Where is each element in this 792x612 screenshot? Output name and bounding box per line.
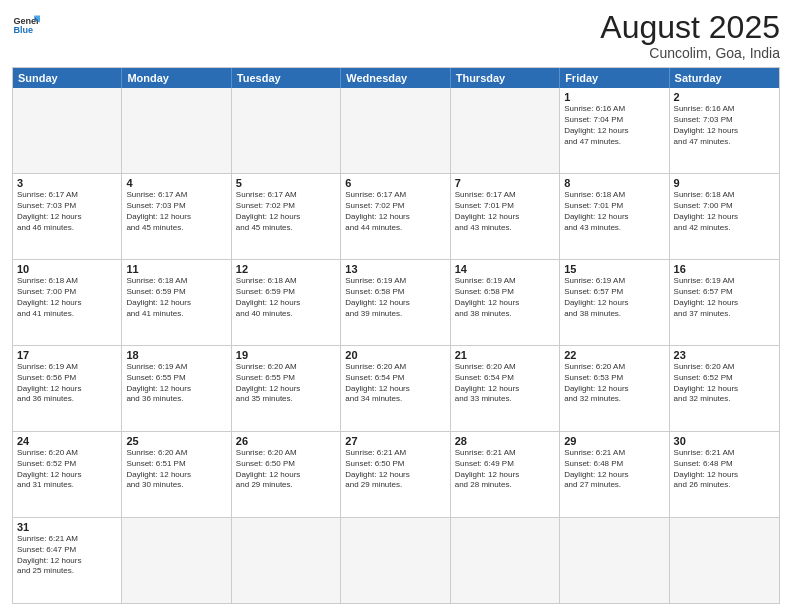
day-info: Sunrise: 6:19 AM Sunset: 6:56 PM Dayligh… xyxy=(17,362,117,405)
calendar-day-cell: 20Sunrise: 6:20 AM Sunset: 6:54 PM Dayli… xyxy=(341,346,450,431)
day-number: 6 xyxy=(345,177,445,189)
day-info: Sunrise: 6:21 AM Sunset: 6:47 PM Dayligh… xyxy=(17,534,117,577)
day-info: Sunrise: 6:21 AM Sunset: 6:49 PM Dayligh… xyxy=(455,448,555,491)
calendar-day-cell: 28Sunrise: 6:21 AM Sunset: 6:49 PM Dayli… xyxy=(451,432,560,517)
day-info: Sunrise: 6:18 AM Sunset: 7:00 PM Dayligh… xyxy=(674,190,775,233)
calendar-header-cell: Sunday xyxy=(13,68,122,88)
day-info: Sunrise: 6:20 AM Sunset: 6:54 PM Dayligh… xyxy=(455,362,555,405)
calendar-header-cell: Saturday xyxy=(670,68,779,88)
calendar-day-cell: 19Sunrise: 6:20 AM Sunset: 6:55 PM Dayli… xyxy=(232,346,341,431)
day-number: 3 xyxy=(17,177,117,189)
calendar-empty-cell xyxy=(232,518,341,603)
header: General Blue August 2025 Cuncolim, Goa, … xyxy=(12,10,780,61)
calendar-empty-cell xyxy=(13,88,122,173)
day-info: Sunrise: 6:21 AM Sunset: 6:48 PM Dayligh… xyxy=(674,448,775,491)
calendar-day-cell: 22Sunrise: 6:20 AM Sunset: 6:53 PM Dayli… xyxy=(560,346,669,431)
title-block: August 2025 Cuncolim, Goa, India xyxy=(600,10,780,61)
calendar-row: 31Sunrise: 6:21 AM Sunset: 6:47 PM Dayli… xyxy=(13,517,779,603)
day-number: 10 xyxy=(17,263,117,275)
day-number: 29 xyxy=(564,435,664,447)
day-number: 4 xyxy=(126,177,226,189)
calendar-day-cell: 29Sunrise: 6:21 AM Sunset: 6:48 PM Dayli… xyxy=(560,432,669,517)
day-info: Sunrise: 6:17 AM Sunset: 7:03 PM Dayligh… xyxy=(17,190,117,233)
day-info: Sunrise: 6:21 AM Sunset: 6:50 PM Dayligh… xyxy=(345,448,445,491)
calendar-header-cell: Tuesday xyxy=(232,68,341,88)
day-info: Sunrise: 6:16 AM Sunset: 7:03 PM Dayligh… xyxy=(674,104,775,147)
calendar-day-cell: 2Sunrise: 6:16 AM Sunset: 7:03 PM Daylig… xyxy=(670,88,779,173)
calendar-day-cell: 23Sunrise: 6:20 AM Sunset: 6:52 PM Dayli… xyxy=(670,346,779,431)
calendar-empty-cell xyxy=(232,88,341,173)
day-number: 16 xyxy=(674,263,775,275)
day-number: 31 xyxy=(17,521,117,533)
day-number: 18 xyxy=(126,349,226,361)
day-number: 13 xyxy=(345,263,445,275)
calendar-empty-cell xyxy=(560,518,669,603)
day-info: Sunrise: 6:16 AM Sunset: 7:04 PM Dayligh… xyxy=(564,104,664,147)
day-info: Sunrise: 6:18 AM Sunset: 7:00 PM Dayligh… xyxy=(17,276,117,319)
calendar-row: 10Sunrise: 6:18 AM Sunset: 7:00 PM Dayli… xyxy=(13,259,779,345)
calendar-day-cell: 1Sunrise: 6:16 AM Sunset: 7:04 PM Daylig… xyxy=(560,88,669,173)
calendar-empty-cell xyxy=(670,518,779,603)
day-number: 20 xyxy=(345,349,445,361)
calendar-day-cell: 8Sunrise: 6:18 AM Sunset: 7:01 PM Daylig… xyxy=(560,174,669,259)
day-number: 25 xyxy=(126,435,226,447)
calendar-day-cell: 9Sunrise: 6:18 AM Sunset: 7:00 PM Daylig… xyxy=(670,174,779,259)
page: General Blue August 2025 Cuncolim, Goa, … xyxy=(0,0,792,612)
day-number: 19 xyxy=(236,349,336,361)
day-info: Sunrise: 6:17 AM Sunset: 7:01 PM Dayligh… xyxy=(455,190,555,233)
day-info: Sunrise: 6:18 AM Sunset: 7:01 PM Dayligh… xyxy=(564,190,664,233)
day-info: Sunrise: 6:19 AM Sunset: 6:57 PM Dayligh… xyxy=(674,276,775,319)
day-number: 26 xyxy=(236,435,336,447)
day-number: 2 xyxy=(674,91,775,103)
calendar-day-cell: 17Sunrise: 6:19 AM Sunset: 6:56 PM Dayli… xyxy=(13,346,122,431)
calendar-day-cell: 26Sunrise: 6:20 AM Sunset: 6:50 PM Dayli… xyxy=(232,432,341,517)
calendar: SundayMondayTuesdayWednesdayThursdayFrid… xyxy=(12,67,780,604)
calendar-empty-cell xyxy=(451,518,560,603)
month-title: August 2025 xyxy=(600,10,780,45)
calendar-row: 3Sunrise: 6:17 AM Sunset: 7:03 PM Daylig… xyxy=(13,173,779,259)
calendar-day-cell: 7Sunrise: 6:17 AM Sunset: 7:01 PM Daylig… xyxy=(451,174,560,259)
day-info: Sunrise: 6:20 AM Sunset: 6:51 PM Dayligh… xyxy=(126,448,226,491)
calendar-day-cell: 5Sunrise: 6:17 AM Sunset: 7:02 PM Daylig… xyxy=(232,174,341,259)
day-number: 8 xyxy=(564,177,664,189)
calendar-day-cell: 6Sunrise: 6:17 AM Sunset: 7:02 PM Daylig… xyxy=(341,174,450,259)
subtitle: Cuncolim, Goa, India xyxy=(600,45,780,61)
calendar-day-cell: 21Sunrise: 6:20 AM Sunset: 6:54 PM Dayli… xyxy=(451,346,560,431)
calendar-day-cell: 15Sunrise: 6:19 AM Sunset: 6:57 PM Dayli… xyxy=(560,260,669,345)
day-info: Sunrise: 6:20 AM Sunset: 6:55 PM Dayligh… xyxy=(236,362,336,405)
day-info: Sunrise: 6:18 AM Sunset: 6:59 PM Dayligh… xyxy=(126,276,226,319)
calendar-empty-cell xyxy=(122,518,231,603)
calendar-day-cell: 4Sunrise: 6:17 AM Sunset: 7:03 PM Daylig… xyxy=(122,174,231,259)
day-number: 9 xyxy=(674,177,775,189)
day-number: 7 xyxy=(455,177,555,189)
calendar-day-cell: 16Sunrise: 6:19 AM Sunset: 6:57 PM Dayli… xyxy=(670,260,779,345)
calendar-row: 17Sunrise: 6:19 AM Sunset: 6:56 PM Dayli… xyxy=(13,345,779,431)
day-info: Sunrise: 6:19 AM Sunset: 6:55 PM Dayligh… xyxy=(126,362,226,405)
calendar-day-cell: 14Sunrise: 6:19 AM Sunset: 6:58 PM Dayli… xyxy=(451,260,560,345)
calendar-day-cell: 12Sunrise: 6:18 AM Sunset: 6:59 PM Dayli… xyxy=(232,260,341,345)
day-info: Sunrise: 6:21 AM Sunset: 6:48 PM Dayligh… xyxy=(564,448,664,491)
day-info: Sunrise: 6:20 AM Sunset: 6:53 PM Dayligh… xyxy=(564,362,664,405)
day-info: Sunrise: 6:17 AM Sunset: 7:03 PM Dayligh… xyxy=(126,190,226,233)
day-info: Sunrise: 6:20 AM Sunset: 6:52 PM Dayligh… xyxy=(17,448,117,491)
logo-icon: General Blue xyxy=(12,10,40,38)
day-number: 24 xyxy=(17,435,117,447)
day-number: 23 xyxy=(674,349,775,361)
day-info: Sunrise: 6:20 AM Sunset: 6:50 PM Dayligh… xyxy=(236,448,336,491)
day-number: 22 xyxy=(564,349,664,361)
calendar-empty-cell xyxy=(451,88,560,173)
day-info: Sunrise: 6:17 AM Sunset: 7:02 PM Dayligh… xyxy=(345,190,445,233)
day-number: 27 xyxy=(345,435,445,447)
calendar-header-cell: Friday xyxy=(560,68,669,88)
day-info: Sunrise: 6:18 AM Sunset: 6:59 PM Dayligh… xyxy=(236,276,336,319)
calendar-day-cell: 13Sunrise: 6:19 AM Sunset: 6:58 PM Dayli… xyxy=(341,260,450,345)
logo: General Blue xyxy=(12,10,40,38)
calendar-day-cell: 18Sunrise: 6:19 AM Sunset: 6:55 PM Dayli… xyxy=(122,346,231,431)
calendar-row: 24Sunrise: 6:20 AM Sunset: 6:52 PM Dayli… xyxy=(13,431,779,517)
calendar-body: 1Sunrise: 6:16 AM Sunset: 7:04 PM Daylig… xyxy=(13,88,779,603)
calendar-day-cell: 25Sunrise: 6:20 AM Sunset: 6:51 PM Dayli… xyxy=(122,432,231,517)
calendar-header-row: SundayMondayTuesdayWednesdayThursdayFrid… xyxy=(13,68,779,88)
calendar-day-cell: 11Sunrise: 6:18 AM Sunset: 6:59 PM Dayli… xyxy=(122,260,231,345)
calendar-day-cell: 3Sunrise: 6:17 AM Sunset: 7:03 PM Daylig… xyxy=(13,174,122,259)
calendar-header-cell: Thursday xyxy=(451,68,560,88)
